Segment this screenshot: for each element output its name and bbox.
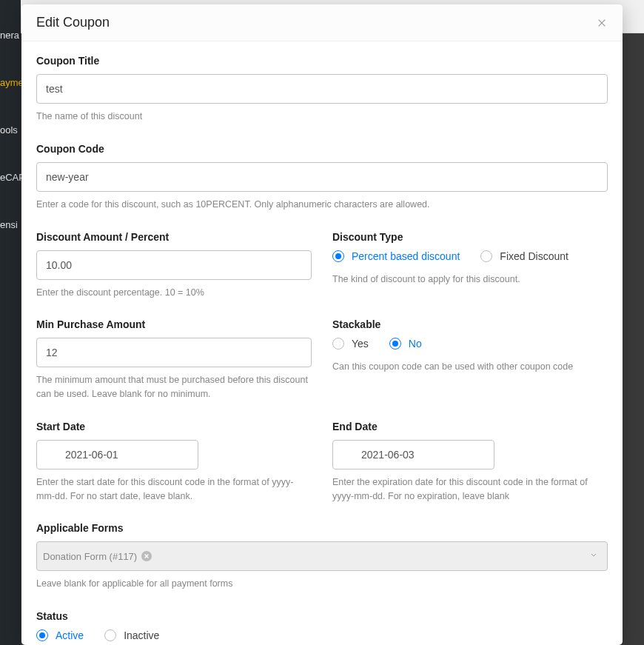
discount-amount-help: Enter the discount percentage. 10 = 10%: [36, 286, 312, 300]
radio-icon: [332, 338, 344, 350]
field-discount-amount: Discount Amount / Percent Enter the disc…: [36, 231, 312, 300]
discount-type-label: Discount Type: [332, 231, 608, 243]
radio-label: Yes: [352, 338, 369, 350]
applicable-forms-label: Applicable Forms: [36, 522, 608, 534]
field-coupon-title: Coupon Title The name of this discount: [36, 55, 608, 124]
status-inactive[interactable]: Inactive: [104, 629, 159, 641]
field-min-purchase: Min Purchase Amount The minimum amount t…: [36, 318, 312, 401]
radio-label: Fixed Discount: [500, 250, 568, 262]
discount-amount-label: Discount Amount / Percent: [36, 231, 312, 243]
radio-icon: [104, 629, 116, 641]
discount-type-fixed[interactable]: Fixed Discount: [480, 250, 568, 262]
min-purchase-input[interactable]: [36, 338, 312, 367]
field-discount-type: Discount Type Percent based discount Fix…: [332, 231, 608, 300]
field-end-date: End Date Enter the expiration date for t…: [332, 421, 608, 504]
coupon-code-input[interactable]: [36, 162, 608, 192]
tag-label: Donation Form (#117): [43, 551, 137, 562]
coupon-title-help: The name of this discount: [36, 110, 608, 124]
radio-label: Percent based discount: [352, 250, 460, 262]
status-label: Status: [36, 610, 608, 622]
field-status: Status Active Inactive: [36, 610, 608, 641]
discount-amount-input[interactable]: [36, 250, 312, 280]
radio-icon: [480, 250, 492, 262]
applicable-forms-help: Leave blank for applicable for all payme…: [36, 577, 608, 591]
modal-overlay: Edit Coupon Coupon Title The name of thi…: [0, 0, 644, 645]
coupon-title-label: Coupon Title: [36, 55, 608, 67]
chevron-down-icon: [589, 551, 598, 562]
stackable-no[interactable]: No: [389, 338, 422, 350]
field-stackable: Stackable Yes No Can this coupon code ca…: [332, 318, 608, 401]
coupon-title-input[interactable]: [36, 74, 608, 104]
modal-header: Edit Coupon: [21, 4, 623, 41]
edit-coupon-modal: Edit Coupon Coupon Title The name of thi…: [21, 4, 623, 645]
modal-body: Coupon Title The name of this discount C…: [21, 41, 623, 645]
radio-label: Active: [56, 629, 84, 641]
stackable-help: Can this coupon code can be used with ot…: [332, 360, 608, 374]
start-date-input[interactable]: [36, 440, 198, 469]
radio-icon: [389, 338, 401, 350]
radio-icon: [332, 250, 344, 262]
coupon-code-label: Coupon Code: [36, 143, 608, 155]
field-applicable-forms: Applicable Forms Donation Form (#117) Le…: [36, 522, 608, 591]
field-coupon-code: Coupon Code Enter a code for this discou…: [36, 143, 608, 212]
discount-type-help: The kind of discount to apply for this d…: [332, 273, 608, 287]
coupon-code-help: Enter a code for this discount, such as …: [36, 198, 608, 212]
radio-label: No: [409, 338, 422, 350]
applicable-forms-tag: Donation Form (#117): [43, 551, 152, 562]
min-purchase-label: Min Purchase Amount: [36, 318, 312, 330]
start-date-label: Start Date: [36, 421, 312, 432]
status-active[interactable]: Active: [36, 629, 84, 641]
end-date-label: End Date: [332, 421, 608, 432]
stackable-yes[interactable]: Yes: [332, 338, 369, 350]
applicable-forms-select[interactable]: Donation Form (#117): [36, 541, 608, 571]
close-icon[interactable]: [596, 17, 608, 29]
modal-title: Edit Coupon: [36, 15, 110, 30]
radio-icon: [36, 629, 48, 641]
field-start-date: Start Date Enter the start date for this…: [36, 421, 312, 504]
min-purchase-help: The minimum amount that must be purchase…: [36, 373, 312, 401]
tag-remove-icon[interactable]: [141, 551, 152, 561]
discount-type-percent[interactable]: Percent based discount: [332, 250, 460, 262]
stackable-label: Stackable: [332, 318, 608, 330]
end-date-input[interactable]: [332, 440, 494, 469]
start-date-help: Enter the start date for this discount c…: [36, 475, 312, 504]
radio-label: Inactive: [124, 629, 159, 641]
end-date-help: Enter the expiration date for this disco…: [332, 475, 608, 504]
